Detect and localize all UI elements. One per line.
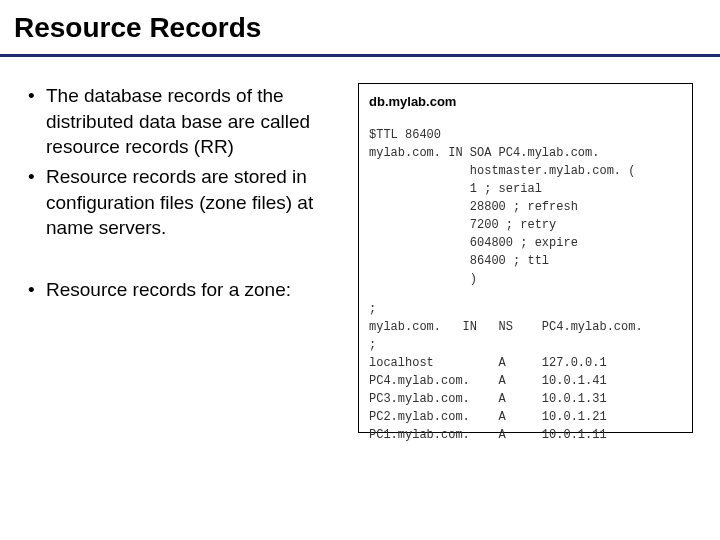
bullet-item: Resource records for a zone: [28, 277, 348, 303]
zone-file-line: PC4.mylab.com. A 10.0.1.41 [369, 372, 682, 390]
bullet-item: Resource records are stored in configura… [28, 164, 348, 241]
zone-file-line: 86400 ; ttl [369, 252, 682, 270]
zone-file-line: 1 ; serial [369, 180, 682, 198]
zone-file-line: ; [369, 336, 682, 354]
slide-title: Resource Records [0, 0, 720, 52]
zone-file-line: mylab.com. IN SOA PC4.mylab.com. [369, 144, 682, 162]
zone-file-line: $TTL 86400 [369, 126, 682, 144]
content-area: The database records of the distributed … [0, 57, 720, 433]
zone-file-line: 604800 ; expire [369, 234, 682, 252]
zone-file-line: hostmaster.mylab.com. ( [369, 162, 682, 180]
zone-file-box: db.mylab.com $TTL 86400 mylab.com. IN SO… [358, 83, 693, 433]
zone-file-line: PC2.mylab.com. A 10.0.1.21 [369, 408, 682, 426]
zone-file-line: mylab.com. IN NS PC4.mylab.com. [369, 318, 682, 336]
zone-file-line: PC1.mylab.com. A 10.0.1.11 [369, 426, 682, 444]
zone-file-line: ; [369, 300, 682, 318]
zone-file-line: 7200 ; retry [369, 216, 682, 234]
bullet-list-column: The database records of the distributed … [28, 83, 358, 433]
zone-file-line: ) [369, 270, 682, 288]
bullet-item: The database records of the distributed … [28, 83, 348, 160]
zone-file-line: localhost A 127.0.0.1 [369, 354, 682, 372]
zone-file-line: PC3.mylab.com. A 10.0.1.31 [369, 390, 682, 408]
zone-file-line: 28800 ; refresh [369, 198, 682, 216]
zone-file-name: db.mylab.com [369, 92, 682, 112]
